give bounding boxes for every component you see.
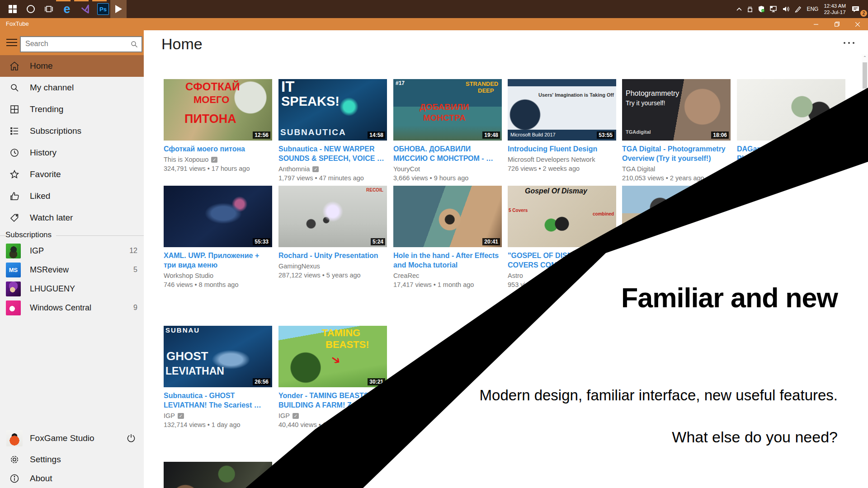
network-icon[interactable] bbox=[767, 0, 780, 18]
video-card[interactable]: ITSPEAKS!SUBNAUTICA14:58Subnautica - NEW… bbox=[278, 79, 387, 182]
account-row[interactable]: FoxGame Studio bbox=[0, 427, 144, 450]
video-thumbnail[interactable]: Gospel Of Dismay5 Coverscombined4:10 bbox=[508, 186, 616, 247]
sidebar-item-settings[interactable]: Settings bbox=[0, 450, 144, 469]
sidebar-item-subscriptions[interactable]: Subscriptions bbox=[0, 120, 144, 142]
minimize-button[interactable] bbox=[806, 18, 826, 30]
video-card[interactable]: TAMINGBEASTS!➔30:21Yonder - TAMING BEAST… bbox=[278, 326, 387, 428]
video-title[interactable]: ОБНОВА. ДОБАВИЛИ МИССИЮ С МОНСТРОМ - … bbox=[393, 144, 502, 163]
search-input[interactable] bbox=[21, 37, 125, 51]
video-card[interactable]: 55:33XAML. UWP. Приложение + три вида ме… bbox=[164, 186, 272, 288]
video-title[interactable]: Subnautica - NEW WARPER SOUNDS & SPEECH,… bbox=[278, 144, 387, 163]
search-icon[interactable] bbox=[131, 41, 138, 48]
thumbnail-overlay-text: RECOIL bbox=[366, 188, 383, 193]
edge-icon[interactable]: e bbox=[58, 0, 76, 18]
video-thumbnail[interactable] bbox=[164, 462, 272, 488]
task-view-icon[interactable] bbox=[40, 0, 58, 18]
video-channel-name[interactable]: This is Хорошо bbox=[164, 156, 208, 163]
video-channel-name[interactable]: Microsoft Developers Network bbox=[508, 156, 595, 163]
video-title[interactable]: XAML. UWP. Приложение + три вида меню bbox=[164, 251, 272, 270]
video-card[interactable] bbox=[164, 462, 272, 488]
video-card[interactable]: Gospel Of Dismay5 Coverscombined4:10"GOS… bbox=[508, 186, 616, 288]
video-thumbnail[interactable]: 20:41 bbox=[393, 186, 502, 247]
volume-icon[interactable] bbox=[780, 0, 793, 18]
hamburger-menu-icon[interactable] bbox=[6, 39, 17, 47]
sidebar-item-liked[interactable]: Liked bbox=[0, 185, 144, 207]
video-thumbnail[interactable]: СФОТКАЙМОЕГОПИТОНА12:56 bbox=[164, 79, 272, 141]
sidebar-item-my-channel[interactable]: My channel bbox=[0, 77, 144, 99]
video-channel-name[interactable]: YouryCot bbox=[393, 165, 420, 173]
video-thumbnail[interactable]: RECOIL5:24 bbox=[278, 186, 387, 247]
scrollbar-thumb[interactable] bbox=[863, 62, 867, 89]
video-channel-name[interactable]: CreaRec bbox=[393, 272, 419, 279]
channel-row-lhugueny[interactable]: LHUGUENY bbox=[0, 279, 144, 298]
restore-button[interactable] bbox=[826, 18, 847, 30]
video-card[interactable] bbox=[622, 186, 731, 247]
video-thumbnail[interactable]: 55:33 bbox=[164, 186, 272, 247]
video-thumbnail[interactable]: TAMINGBEASTS!➔30:21 bbox=[278, 326, 387, 387]
scrollbar[interactable]: ⌃ bbox=[862, 54, 868, 488]
hidden-icons-chevron[interactable] bbox=[734, 0, 745, 18]
close-button[interactable] bbox=[847, 18, 868, 30]
video-card[interactable]: RECOIL5:24Rochard - Unity PresentationGa… bbox=[278, 186, 387, 279]
start-button[interactable] bbox=[4, 0, 22, 18]
video-thumbnail[interactable]: ITSPEAKS!SUBNAUTICA14:58 bbox=[278, 79, 387, 141]
usb-icon[interactable] bbox=[745, 0, 755, 18]
clock-date: 22-Jul-17 bbox=[824, 9, 846, 15]
cortana-icon[interactable] bbox=[22, 0, 40, 18]
video-channel-name[interactable]: IGP bbox=[164, 412, 175, 419]
video-title[interactable]: Subnautica - GHOST LEVIATHAN! The Scarie… bbox=[164, 391, 272, 410]
channel-row-igp[interactable]: IGP12 bbox=[0, 241, 144, 260]
sidebar-item-watch-later[interactable]: Watch later bbox=[0, 207, 144, 229]
video-meta: 287,122 views • 5 years ago bbox=[278, 272, 387, 279]
video-card[interactable]: СФОТКАЙМОЕГОПИТОНА12:56Сфоткай моего пит… bbox=[164, 79, 272, 172]
history-icon bbox=[9, 147, 20, 158]
sidebar-item-favorite[interactable]: Favorite bbox=[0, 164, 144, 185]
video-channel-name[interactable]: IGP bbox=[278, 412, 290, 419]
video-title[interactable]: "GOSPEL OF DISMAY" | 5 COVERS COMBINED |… bbox=[508, 251, 616, 270]
sidebar-item-about[interactable]: About bbox=[0, 469, 144, 488]
video-card[interactable]: Users' Imagination is Taking OffMicrosof… bbox=[508, 79, 616, 172]
pen-icon[interactable] bbox=[793, 0, 804, 18]
video-channel-name[interactable]: Workshop Studio bbox=[164, 272, 213, 279]
video-card[interactable]: SUBNAUGHOSTLEVIATHAN26:56Subnautica - GH… bbox=[164, 326, 272, 428]
video-thumbnail[interactable] bbox=[737, 79, 845, 141]
channel-row-windows-central[interactable]: Windows Central9 bbox=[0, 298, 144, 317]
channel-row-msreview[interactable]: MSMSReview5 bbox=[0, 260, 144, 279]
sidebar-item-trending[interactable]: Trending bbox=[0, 99, 144, 120]
language-indicator[interactable]: ENG bbox=[804, 0, 821, 18]
video-channel-name[interactable]: GamingNexus bbox=[278, 263, 320, 270]
sidebar-item-history[interactable]: History bbox=[0, 142, 144, 164]
defender-shield-icon[interactable] bbox=[755, 0, 767, 18]
video-thumbnail[interactable]: SUBNAUGHOSTLEVIATHAN26:56 bbox=[164, 326, 272, 387]
video-card[interactable]: PhotogrammetryTry it yourself!TGAdigital… bbox=[622, 79, 731, 182]
video-title[interactable]: Introducing Fluent Design bbox=[508, 144, 616, 154]
video-title[interactable]: Hole in the hand - After Effects and Moc… bbox=[393, 251, 502, 270]
video-thumbnail[interactable] bbox=[622, 186, 731, 247]
video-title[interactable]: Yonder - TAMING BEASTS & BUILDING A FARM… bbox=[278, 391, 387, 410]
video-title[interactable]: DAGames A Place ( bbox=[737, 144, 845, 163]
visual-studio-icon[interactable] bbox=[76, 0, 94, 18]
sidebar-item-home[interactable]: Home bbox=[0, 55, 144, 77]
video-title[interactable]: Сфоткай моего питона bbox=[164, 144, 272, 154]
notification-icon[interactable]: 2 bbox=[849, 0, 864, 18]
media-player-icon[interactable] bbox=[110, 0, 127, 18]
video-channel-name[interactable]: Anthomnia bbox=[278, 165, 310, 173]
taskbar: e Ps ENG 12:43 AM 22-Jul-17 bbox=[0, 0, 868, 18]
video-channel-name[interactable]: DA bbox=[737, 165, 746, 173]
video-title[interactable]: TGA Digital - Photogrammetry Overview (T… bbox=[622, 144, 731, 163]
video-thumbnail[interactable]: Users' Imagination is Taking OffMicrosof… bbox=[508, 79, 616, 141]
video-thumbnail[interactable]: #17STRANDEDDEEPДОБАВИЛИМОНСТРА19:48 bbox=[393, 79, 502, 141]
power-icon[interactable] bbox=[126, 433, 137, 444]
video-card[interactable]: #17STRANDEDDEEPДОБАВИЛИМОНСТРА19:48ОБНОВ… bbox=[393, 79, 502, 182]
channel-name: MSReview bbox=[30, 265, 69, 275]
video-card[interactable]: 20:41Hole in the hand - After Effects an… bbox=[393, 186, 502, 288]
video-card[interactable]: DAGames A Place (DA bbox=[737, 79, 845, 173]
photoshop-icon[interactable]: Ps bbox=[94, 0, 112, 18]
video-title[interactable]: Rochard - Unity Presentation bbox=[278, 251, 387, 260]
video-channel-name[interactable]: Astro bbox=[508, 272, 523, 279]
video-thumbnail[interactable]: PhotogrammetryTry it yourself!TGAdigital… bbox=[622, 79, 731, 141]
more-options-button[interactable] bbox=[844, 42, 855, 47]
video-channel-name[interactable]: TGA Digital bbox=[622, 165, 655, 173]
scrollbar-up-arrow[interactable]: ⌃ bbox=[862, 55, 868, 61]
clock[interactable]: 12:43 AM 22-Jul-17 bbox=[821, 0, 849, 18]
